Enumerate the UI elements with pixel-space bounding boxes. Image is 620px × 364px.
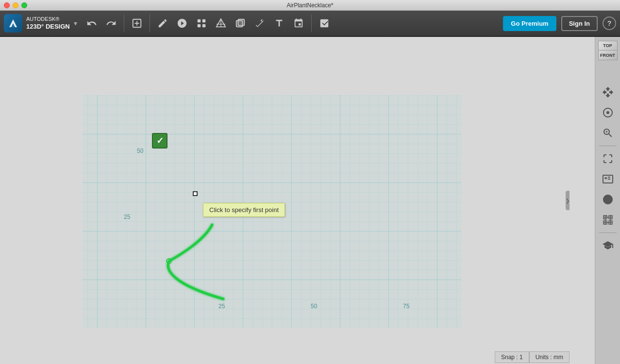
traffic-lights — [4, 2, 27, 8]
perspective-button[interactable] — [598, 169, 618, 189]
viewport[interactable]: 50 25 25 50 75 Click to specify first po… — [0, 37, 595, 364]
right-sidebar: TOP FRONT — [595, 37, 620, 364]
new-solid-button[interactable] — [128, 15, 146, 32]
redo-button[interactable] — [102, 15, 120, 32]
grid-label-25-left: 25 — [124, 214, 130, 220]
divider-1 — [124, 15, 124, 32]
fullscreen-button[interactable] — [21, 2, 27, 8]
go-premium-button[interactable]: Go Premium — [503, 16, 556, 31]
svg-rect-11 — [238, 19, 244, 26]
sign-in-button[interactable]: Sign In — [561, 16, 598, 31]
fit-all-button[interactable] — [598, 149, 618, 168]
orbit-button[interactable] — [598, 103, 618, 122]
undo-button[interactable] — [83, 15, 101, 32]
snap-status[interactable]: Snap : 1 — [495, 351, 529, 363]
measure-button[interactable] — [251, 15, 268, 32]
checkmark-button[interactable] — [152, 133, 168, 149]
app-name: AUTODESK® 123D° DESIGN — [26, 16, 70, 31]
zoom-button[interactable] — [598, 123, 618, 143]
sketch-button[interactable] — [154, 15, 171, 32]
solid-view-button[interactable] — [598, 190, 618, 209]
view-cube-front[interactable]: FRONT — [598, 50, 618, 60]
window-title: AirPlantNecklace* — [286, 2, 333, 9]
autodesk-logo — [4, 14, 22, 33]
view-cube-top[interactable]: TOP — [598, 41, 618, 50]
svg-point-17 — [606, 111, 609, 114]
sidebar-divider-1 — [599, 146, 617, 146]
svg-rect-3 — [197, 19, 200, 22]
divider-2 — [150, 15, 150, 32]
grid-label-75-bottom: 75 — [403, 303, 409, 310]
pan-button[interactable] — [598, 83, 618, 102]
cursor-point — [193, 191, 198, 196]
main-area: 50 25 25 50 75 Click to specify first po… — [0, 37, 620, 364]
minimize-button[interactable] — [13, 2, 18, 8]
svg-rect-5 — [197, 24, 200, 27]
tooltip-first-point: Click to specify first point — [203, 203, 285, 217]
pattern-button[interactable] — [193, 15, 210, 32]
combine-button[interactable] — [232, 15, 249, 32]
sidebar-divider-2 — [599, 232, 617, 233]
svg-rect-4 — [202, 19, 205, 22]
wireframe-button[interactable] — [598, 210, 618, 230]
sidebar-collapse-tab[interactable]: ❯ — [566, 191, 570, 210]
material-view-button[interactable] — [598, 236, 618, 255]
app-menu-dropdown[interactable]: ▾ — [74, 19, 77, 27]
divider-3 — [311, 15, 312, 32]
logo-area: AUTODESK® 123D° DESIGN ▾ — [4, 14, 77, 33]
modify-button[interactable] — [173, 15, 191, 32]
view-cube[interactable]: TOP FRONT — [596, 41, 620, 76]
grid — [0, 37, 595, 364]
statusbar: Snap : 1 Units : mm — [495, 350, 570, 364]
text-button[interactable] — [270, 15, 288, 32]
snap-button[interactable] — [290, 15, 307, 32]
material-button[interactable] — [316, 15, 333, 32]
close-button[interactable] — [4, 2, 10, 8]
units-status[interactable]: Units : mm — [529, 351, 570, 363]
toolbar: AUTODESK® 123D° DESIGN ▾ — [0, 11, 620, 37]
svg-rect-6 — [202, 24, 205, 27]
titlebar: AirPlantNecklace* — [0, 0, 620, 11]
help-button[interactable]: ? — [603, 17, 616, 30]
grid-label-50-bottom: 50 — [311, 303, 317, 310]
grid-label-25-bottom: 25 — [218, 303, 225, 310]
construct-button[interactable] — [212, 15, 230, 32]
grid-label-50-top: 50 — [137, 148, 143, 154]
